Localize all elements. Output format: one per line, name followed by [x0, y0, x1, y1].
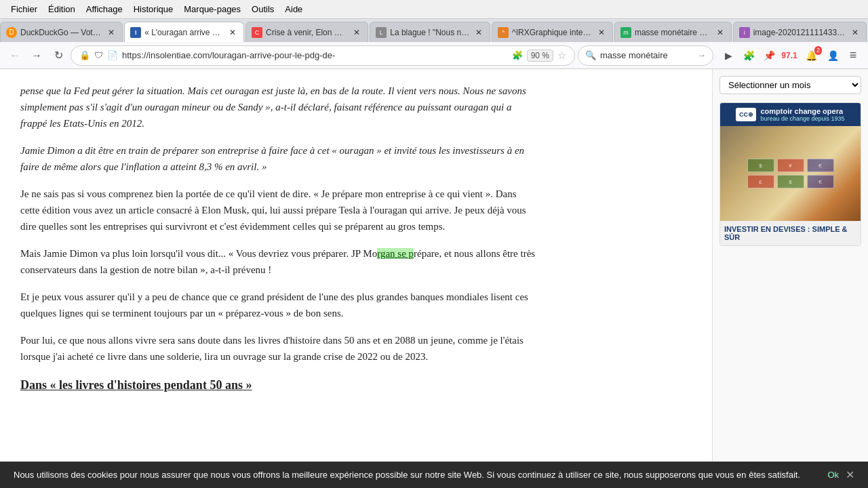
bill-6: €: [807, 175, 834, 188]
tab-close-masse[interactable]: ✕: [715, 27, 726, 38]
article-para-6: Pour lui, ce que nous allons vivre sera …: [20, 332, 536, 365]
menu-affichage[interactable]: Affichage: [81, 3, 128, 16]
favicon-irx: ^: [498, 27, 509, 38]
tab-close-ouragan[interactable]: ✕: [227, 27, 238, 38]
main-content: pense que la Fed peut gérer la situation…: [0, 69, 712, 488]
bill-4: £: [747, 175, 774, 188]
menu-historique[interactable]: Historique: [128, 3, 179, 16]
reader-icon: 📄: [107, 50, 118, 60]
ad-logo-icon: CC⊕: [736, 108, 756, 121]
article-para-2: Jamie Dimon a dit être en train de prépa…: [20, 142, 536, 175]
content-area: pense que la Fed peut gérer la situation…: [0, 69, 868, 488]
shield-icon: 🛡: [94, 50, 103, 60]
article-body: pense que la Fed peut gérer la situation…: [20, 83, 536, 395]
menu-button[interactable]: ≡: [844, 46, 863, 65]
search-icon: 🔍: [585, 50, 596, 60]
cookie-ok-button[interactable]: Ok: [827, 470, 839, 480]
ad-header: CC⊕ comptoir change opera bureau de chan…: [720, 103, 861, 126]
notification-button[interactable]: 🔔 2: [800, 46, 822, 65]
sync-button[interactable]: 97.1: [780, 46, 799, 65]
bill-5: $: [777, 175, 804, 188]
tab-title-ouragan: « L'ouragan arrive po...: [144, 28, 224, 37]
favicon-duckduckgo: D: [6, 27, 17, 38]
tab-title-irx: ^IRXGraphique intera...: [512, 28, 593, 37]
reload-button[interactable]: ↻: [49, 46, 68, 65]
menu-edition[interactable]: Édition: [43, 3, 81, 16]
tab-title-masse: masse monétaire at ...: [635, 28, 712, 37]
favicon-image: i: [739, 27, 750, 38]
bill-3: €: [807, 159, 834, 172]
article-para-4: Mais Jamie Dimon va plus loin lorsqu'il …: [20, 245, 536, 278]
tab-title-image: image-20201211114336-...: [753, 28, 847, 37]
favicon-ouragan: I: [130, 27, 141, 38]
ad-footer[interactable]: INVESTIR EN DEVISES : SIMPLE & SÛR: [720, 221, 861, 245]
tab-title-blague: La blague ! "Nous n'a...: [390, 28, 471, 37]
cookie-text: Nous utilisons des cookies pour nous ass…: [14, 470, 821, 480]
sidebar: Sélectionner un mois CC⊕ comptoir change…: [712, 69, 868, 488]
menu-marque-pages[interactable]: Marque-pages: [178, 3, 246, 16]
article-para-4-link[interactable]: rgan se p: [377, 248, 414, 259]
lock-icon: 🔒: [79, 50, 90, 60]
address-bar: ← → ↻ 🔒 🛡 📄 https://insolentiae.com/lour…: [0, 42, 868, 69]
tab-irx[interactable]: ^ ^IRXGraphique intera... ✕: [492, 22, 613, 42]
toolbar-right: ▶ 🧩 📌 97.1 🔔 2 👤 ≡: [719, 46, 863, 65]
section-heading: Dans « les livres d'histoires pendant 50…: [20, 375, 536, 395]
bill-1: $: [747, 159, 774, 172]
menu-aide[interactable]: Aide: [279, 3, 308, 16]
pocket-button[interactable]: 📌: [760, 46, 778, 65]
favicon-masse: m: [620, 27, 631, 38]
article-para-1: pense que la Fed peut gérer la situation…: [20, 83, 536, 131]
search-go-icon[interactable]: →: [697, 50, 706, 60]
search-text[interactable]: masse monétaire: [600, 50, 693, 60]
tab-close-duckduckgo[interactable]: ✕: [106, 27, 117, 38]
cookie-banner: Nous utilisons des cookies pour nous ass…: [0, 462, 868, 488]
tab-ouragan[interactable]: I « L'ouragan arrive po... ✕: [124, 22, 244, 42]
ad-brand-text: comptoir change opera bureau de change d…: [760, 107, 844, 122]
tab-close-irx[interactable]: ✕: [596, 27, 607, 38]
url-text: https://insolentiae.com/louragan-arrive-…: [122, 50, 508, 60]
search-box[interactable]: 🔍 masse monétaire →: [578, 45, 713, 66]
tab-blague[interactable]: L La blague ! "Nous n'a... ✕: [370, 22, 490, 42]
tab-close-image[interactable]: ✕: [850, 27, 861, 38]
tab-close-crise[interactable]: ✕: [351, 27, 362, 38]
ad-image-area: $ ¥ € £ $ €: [720, 126, 861, 221]
profile-button[interactable]: 👤: [823, 46, 842, 65]
menu-bar: Fichier Édition Affichage Historique Mar…: [0, 0, 868, 19]
extensions-tool-button[interactable]: 🧩: [739, 46, 758, 65]
tab-close-blague[interactable]: ✕: [473, 27, 484, 38]
favicon-crise: C: [252, 27, 262, 38]
article-para-5: Et je peux vous assurer qu'il y a peu de…: [20, 289, 536, 321]
zoom-level[interactable]: 90 %: [527, 49, 553, 62]
tab-duckduckgo[interactable]: D DuckDuckGo — Votre... ✕: [0, 22, 123, 42]
forward-button[interactable]: →: [27, 46, 46, 65]
menu-outils[interactable]: Outils: [246, 3, 279, 16]
month-select[interactable]: Sélectionner un mois: [719, 76, 861, 94]
back-button[interactable]: ←: [5, 46, 24, 65]
sidebar-ad: CC⊕ comptoir change opera bureau de chan…: [719, 102, 861, 246]
bookmark-star-icon[interactable]: ☆: [557, 49, 566, 62]
notification-badge: 2: [814, 46, 822, 55]
video-tool-button[interactable]: ▶: [719, 46, 738, 65]
article-para-3: Je ne sais pas si vous comprenez bien la…: [20, 186, 536, 235]
ad-footer-pre: INVESTIR EN DEVISES :: [724, 225, 812, 233]
tab-bar: D DuckDuckGo — Votre... ✕ I « L'ouragan …: [0, 19, 868, 42]
tab-title-crise: Crise à venir, Elon mu...: [266, 28, 349, 37]
tab-crise[interactable]: C Crise à venir, Elon mu... ✕: [245, 22, 368, 42]
menu-fichier[interactable]: Fichier: [5, 3, 43, 16]
extensions-icon: 🧩: [512, 50, 523, 60]
url-bar[interactable]: 🔒 🛡 📄 https://insolentiae.com/louragan-a…: [71, 45, 575, 66]
tab-masse[interactable]: m masse monétaire at ... ✕: [614, 22, 732, 42]
cookie-close-button[interactable]: ✕: [846, 468, 854, 481]
ad-money-bills: $ ¥ € £ $ €: [747, 159, 834, 188]
tab-title-duckduckgo: DuckDuckGo — Votre...: [20, 28, 103, 37]
favicon-blague: L: [376, 27, 387, 38]
bill-2: ¥: [777, 159, 804, 172]
article-para-4-pre: Mais Jamie Dimon va plus loin lorsqu'il …: [20, 248, 377, 259]
tab-image[interactable]: i image-20201211114336-... ✕: [733, 22, 867, 42]
